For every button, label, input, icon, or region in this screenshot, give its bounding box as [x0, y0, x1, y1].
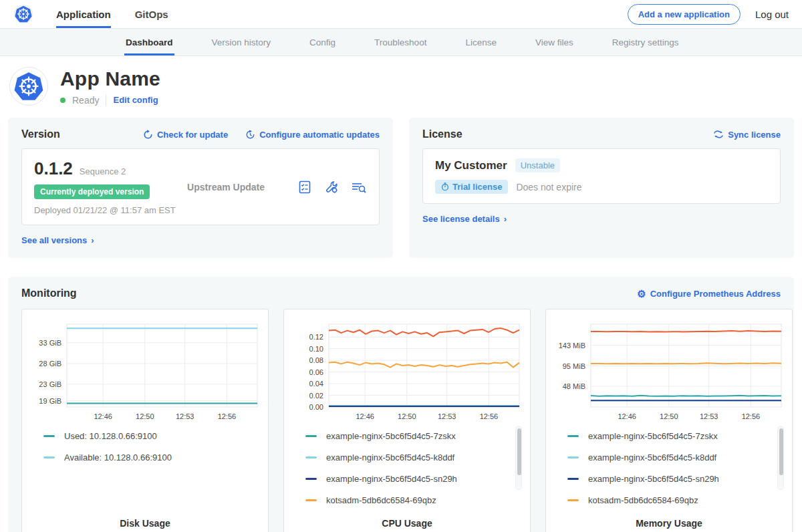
kubernetes-logo — [13, 0, 33, 28]
nav-item-application[interactable]: Application — [56, 0, 111, 28]
series-color-swatch — [305, 478, 317, 480]
svg-text:33 GiB: 33 GiB — [39, 339, 61, 347]
series-color-swatch — [567, 499, 579, 501]
configure-automatic-updates-link[interactable]: Configure automatic updates — [245, 130, 380, 140]
check-for-update-link[interactable]: Check for update — [143, 130, 228, 140]
sync-license-link[interactable]: Sync license — [713, 130, 781, 140]
svg-text:0.12: 0.12 — [309, 333, 323, 341]
top-nav: Application GitOps Add a new application… — [0, 0, 802, 28]
channel-badge: Unstable — [515, 158, 560, 172]
legend-item: kotsadm-5db6dc6584-69qbz — [567, 495, 776, 505]
app-kubernetes-icon — [9, 67, 48, 106]
add-new-application-button[interactable]: Add a new application — [628, 4, 741, 25]
cpu-usage-chart: 0.000.020.040.060.080.100.1212:4612:5012… — [291, 317, 523, 424]
svg-text:0.10: 0.10 — [309, 345, 323, 353]
app-tab-bar: Dashboard Version history Config Trouble… — [0, 28, 802, 56]
tab-registry-settings[interactable]: Registry settings — [611, 29, 680, 55]
see-all-versions-link[interactable]: See all versions › — [21, 235, 94, 245]
circular-arrow-icon — [143, 130, 153, 140]
config-wrench-gear-icon[interactable] — [324, 180, 339, 194]
svg-text:12:56: 12:56 — [218, 412, 237, 420]
app-status-text: Ready — [72, 95, 99, 106]
version-card-title: Version — [21, 128, 60, 140]
currently-deployed-badge: Currently deployed version — [34, 184, 150, 199]
svg-text:12:46: 12:46 — [618, 412, 636, 420]
disk-usage-chart-card: 19 GiB23 GiB28 GiB33 GiB12:4612:5012:531… — [21, 309, 269, 532]
app-header: App Name Ready Edit config — [0, 56, 802, 118]
legend-scrollbar — [777, 426, 784, 490]
svg-text:0.06: 0.06 — [309, 368, 323, 376]
clock-refresh-icon — [245, 130, 255, 140]
version-card: Version Check for update — [8, 118, 393, 258]
svg-text:12:50: 12:50 — [398, 412, 416, 420]
disk-usage-chart: 19 GiB23 GiB28 GiB33 GiB12:4612:5012:531… — [29, 317, 261, 424]
cpu-usage-legend: example-nginx-5bc6f5d4c5-7zskx example-n… — [291, 424, 523, 518]
svg-text:0.00: 0.00 — [309, 403, 323, 411]
version-number: 0.1.2 — [34, 158, 73, 179]
cpu-usage-chart-card: 0.000.020.040.060.080.100.1212:4612:5012… — [283, 309, 531, 532]
svg-text:12:56: 12:56 — [742, 412, 761, 420]
series-color-swatch — [567, 478, 579, 480]
edit-config-link[interactable]: Edit config — [113, 95, 158, 105]
legend-scrollbar — [515, 426, 522, 490]
legend-scrollbar-thumb[interactable] — [779, 428, 783, 475]
tab-dashboard[interactable]: Dashboard — [124, 29, 174, 55]
chevron-right-icon: › — [91, 235, 94, 245]
svg-text:12:46: 12:46 — [356, 412, 374, 420]
svg-text:48 MiB: 48 MiB — [563, 382, 585, 390]
gear-icon: ⚙ — [637, 289, 646, 299]
version-source-label: Upstream Update — [187, 182, 297, 192]
sync-arrows-icon — [713, 130, 724, 139]
nav-item-gitops[interactable]: GitOps — [135, 0, 168, 28]
divider — [106, 95, 106, 106]
svg-text:12:53: 12:53 — [176, 412, 194, 420]
tab-license[interactable]: License — [464, 29, 498, 55]
trial-license-badge: Trial license — [435, 180, 508, 194]
configure-prometheus-link[interactable]: ⚙ Configure Prometheus Address — [637, 289, 781, 299]
monitoring-card: Monitoring ⚙ Configure Prometheus Addres… — [8, 277, 794, 532]
customer-name: My Customer — [435, 159, 507, 172]
tab-version-history[interactable]: Version history — [211, 29, 273, 55]
series-color-swatch — [43, 435, 55, 437]
series-color-swatch — [567, 456, 579, 458]
deployed-timestamp: Deployed 01/21/22 @ 11:57 am EST — [34, 205, 187, 215]
series-color-swatch — [43, 456, 55, 458]
svg-text:143 MiB: 143 MiB — [559, 342, 585, 350]
preflight-checklist-icon[interactable] — [297, 180, 312, 194]
series-color-swatch — [305, 499, 317, 501]
svg-text:12:50: 12:50 — [136, 412, 154, 420]
legend-item: example-nginx-5bc6f5d4c5-7zskx — [305, 431, 514, 441]
memory-usage-legend: example-nginx-5bc6f5d4c5-7zskx example-n… — [553, 424, 785, 518]
memory-usage-chart: 48 MiB95 MiB143 MiB12:4612:5012:5312:56 — [553, 317, 785, 424]
chart-title: CPU Usage — [291, 518, 523, 531]
svg-text:23 GiB: 23 GiB — [39, 380, 61, 388]
svg-text:0.08: 0.08 — [309, 356, 323, 364]
tab-view-files[interactable]: View files — [534, 29, 575, 55]
legend-item: Used: 10.128.0.66:9100 — [43, 431, 252, 441]
stopwatch-icon — [441, 182, 449, 191]
svg-text:28 GiB: 28 GiB — [39, 360, 61, 368]
series-color-swatch — [305, 435, 317, 437]
tab-troubleshoot[interactable]: Troubleshoot — [373, 29, 428, 55]
legend-item: example-nginx-5bc6f5d4c5-sn29h — [305, 474, 514, 484]
deploy-logs-icon[interactable] — [351, 180, 367, 194]
license-card-title: License — [422, 128, 462, 140]
ready-status-dot — [60, 98, 65, 103]
license-card: License Sync license My Custo — [409, 118, 794, 258]
svg-text:12:56: 12:56 — [480, 412, 499, 420]
legend-item: example-nginx-5bc6f5d4c5-sn29h — [567, 474, 776, 484]
svg-text:0.02: 0.02 — [309, 392, 323, 400]
svg-text:12:53: 12:53 — [700, 412, 718, 420]
legend-scrollbar-thumb[interactable] — [517, 428, 521, 475]
page-title: App Name — [60, 68, 160, 90]
legend-item: example-nginx-5bc6f5d4c5-k8ddf — [567, 452, 776, 462]
chart-title: Memory Usage — [553, 518, 785, 531]
series-color-swatch — [567, 435, 579, 437]
svg-text:19 GiB: 19 GiB — [39, 397, 61, 405]
disk-usage-legend: Used: 10.128.0.66:9100 Available: 10.128… — [29, 424, 261, 518]
series-color-swatch — [305, 456, 317, 458]
see-license-details-link[interactable]: See license details › — [422, 214, 507, 224]
tab-config[interactable]: Config — [308, 29, 337, 55]
log-out-link[interactable]: Log out — [755, 9, 789, 20]
svg-text:12:46: 12:46 — [94, 412, 112, 420]
